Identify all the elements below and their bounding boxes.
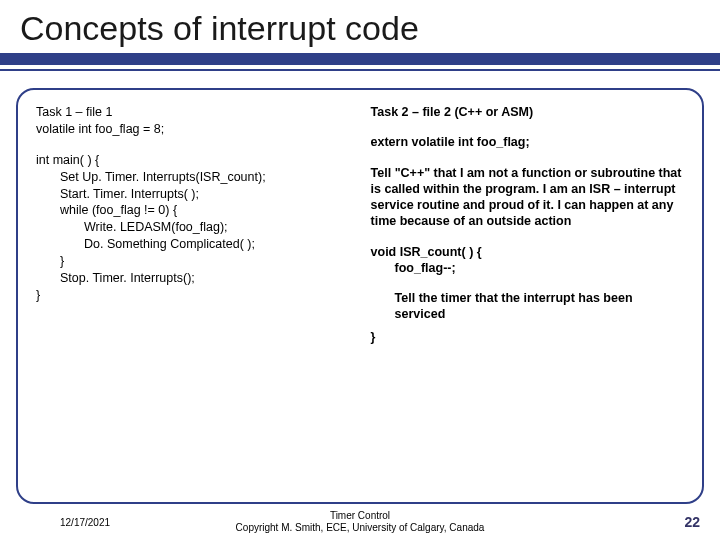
extern-decl: extern volatile int foo_flag; [371, 134, 684, 150]
content-frame: Task 1 – file 1 volatile int foo_flag = … [16, 88, 704, 504]
code-line: Set Up. Timer. Interrupts(ISR_count); [36, 169, 341, 186]
code-line: Start. Timer. Interrupts( ); [36, 186, 341, 203]
footer-date: 12/17/2021 [60, 517, 110, 528]
isr-block: void ISR_count( ) { foo_flag--; [371, 244, 684, 277]
task1-heading: Task 1 – file 1 [36, 104, 341, 121]
task2-heading: Task 2 – file 2 (C++ or ASM) [371, 104, 684, 120]
code-line: Stop. Timer. Interrupts(); [36, 270, 341, 287]
slide-title: Concepts of interrupt code [0, 0, 720, 53]
code-line: void ISR_count( ) { [371, 244, 684, 260]
code-line: } [371, 329, 684, 345]
code-line: while (foo_flag != 0) { [36, 202, 341, 219]
code-line: foo_flag--; [371, 260, 684, 276]
code-line: } [36, 253, 341, 270]
title-divider-thick [0, 53, 720, 65]
columns: Task 1 – file 1 volatile int foo_flag = … [36, 104, 684, 494]
footer-page-number: 22 [684, 514, 700, 530]
code-line: Do. Something Complicated( ); [36, 236, 341, 253]
left-column: Task 1 – file 1 volatile int foo_flag = … [36, 104, 341, 494]
code-line: } [36, 287, 341, 304]
explanation-2: Tell the timer that the interrupt has be… [371, 290, 684, 323]
code-line: int main( ) { [36, 152, 341, 169]
footer: 12/17/2021 Timer Control Copyright M. Sm… [0, 510, 720, 534]
explanation-1: Tell "C++" that I am not a function or s… [371, 165, 684, 230]
code-block-left: int main( ) { Set Up. Timer. Interrupts(… [36, 152, 341, 304]
title-divider-thin [0, 69, 720, 71]
task1-decl: volatile int foo_flag = 8; [36, 121, 341, 138]
slide: Concepts of interrupt code Task 1 – file… [0, 0, 720, 540]
code-line: Write. LEDASM(foo_flag); [36, 219, 341, 236]
right-column: Task 2 – file 2 (C++ or ASM) extern vola… [371, 104, 684, 494]
left-header: Task 1 – file 1 volatile int foo_flag = … [36, 104, 341, 138]
